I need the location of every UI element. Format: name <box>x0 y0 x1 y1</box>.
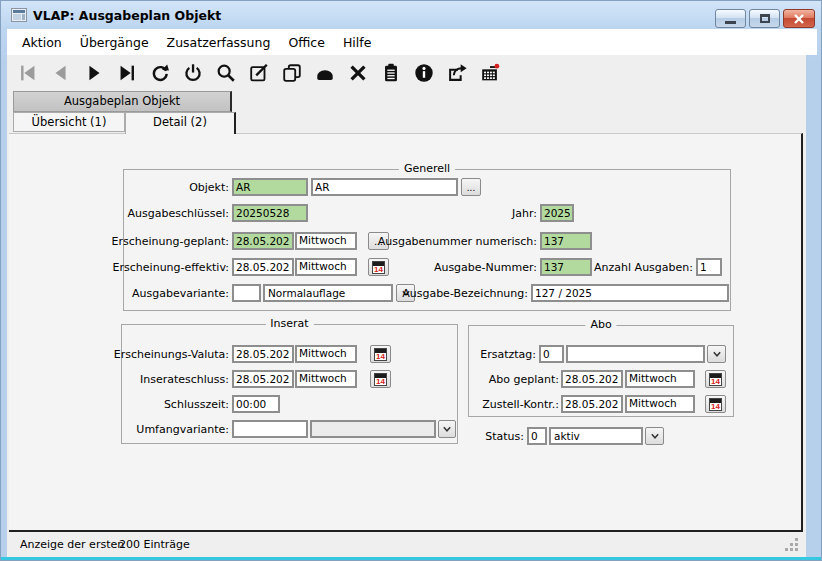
ausgabevariante-combo[interactable]: Normalauflage <box>263 284 393 302</box>
ausgabe-bezeichnung-label: Ausgabe-Bezeichnung: <box>378 286 528 304</box>
calendar-picker-icon: 14 <box>709 373 722 386</box>
delete-icon <box>347 62 369 84</box>
status-code-field[interactable] <box>527 427 547 445</box>
previous-record-icon <box>50 62 72 84</box>
ausgabevariante-code-field[interactable] <box>232 284 261 302</box>
tab-detail[interactable]: Detail (2) <box>125 112 236 134</box>
calendar-button[interactable] <box>477 59 503 87</box>
title-bar[interactable]: VLAP: Ausgabeplan Objekt <box>1 1 821 29</box>
status-combo[interactable]: aktiv <box>549 427 643 445</box>
umfangvariante-combo[interactable] <box>310 420 436 438</box>
objekt-lookup-button[interactable]: ... <box>461 178 481 196</box>
group-inserat-legend: Inserat <box>265 317 313 330</box>
last-record-button[interactable] <box>114 59 140 87</box>
toolbar <box>7 55 806 91</box>
search-icon <box>215 62 237 84</box>
tab-ausgabeplan-objekt[interactable]: Ausgabeplan Objekt <box>13 91 232 112</box>
minimize-icon <box>725 21 736 24</box>
calendar-icon <box>479 62 501 84</box>
maximize-icon <box>760 14 770 23</box>
group-abo-legend: Abo <box>585 318 616 331</box>
close-button[interactable] <box>783 9 815 28</box>
inserateschluss-label: Inserateschluss: <box>29 372 229 390</box>
menu-office[interactable]: Office <box>279 33 334 52</box>
ausgabe-nummer-field[interactable] <box>540 258 592 276</box>
zustell-kontr-label: Zustell-Kontr.: <box>439 397 559 415</box>
search-button[interactable] <box>213 59 239 87</box>
calendar-picker-icon: 14 <box>374 348 387 361</box>
menu-aktion[interactable]: Aktion <box>13 33 71 52</box>
objekt-name-field[interactable] <box>311 178 458 196</box>
ersatztag-code-field[interactable] <box>539 345 564 363</box>
edit-button[interactable] <box>246 59 272 87</box>
erscheinungs-valuta-calendar-button[interactable]: 14 <box>370 345 391 363</box>
jahr-field[interactable] <box>540 204 574 222</box>
maximize-button[interactable] <box>749 9 780 28</box>
zustell-kontr-field[interactable] <box>561 395 623 413</box>
menu-hilfe[interactable]: Hilfe <box>334 33 380 52</box>
last-record-icon <box>116 62 138 84</box>
chevron-down-icon <box>712 349 722 359</box>
refresh-icon <box>149 62 171 84</box>
schlusszeit-label: Schlusszeit: <box>29 397 229 415</box>
resize-grip[interactable] <box>785 537 800 552</box>
refresh-button[interactable] <box>147 59 173 87</box>
abo-geplant-weekday: Mittwoch <box>625 370 695 388</box>
minimize-button[interactable] <box>715 9 746 28</box>
inserateschluss-field[interactable] <box>232 370 294 388</box>
copy-button[interactable] <box>279 59 305 87</box>
abo-geplant-label: Abo geplant: <box>439 372 559 390</box>
chevron-down-icon <box>650 431 660 441</box>
ersatztag-dropdown-button[interactable] <box>707 345 726 363</box>
erscheinungs-valuta-field[interactable] <box>232 345 294 363</box>
save-button[interactable] <box>312 59 338 87</box>
first-record-button[interactable] <box>15 59 41 87</box>
statusbar-text: Anzeige der ersten <box>20 538 124 551</box>
menu-bar: Aktion Übergänge Zusatzerfassung Office … <box>7 29 817 55</box>
anzahl-ausgaben-field[interactable] <box>696 258 722 276</box>
erscheinung-geplant-label: Erscheinung-geplant: <box>29 234 229 252</box>
status-bar: Anzeige der ersten 200 Einträge <box>7 532 806 557</box>
inserateschluss-calendar-button[interactable]: 14 <box>370 370 391 388</box>
power-button[interactable] <box>180 59 206 87</box>
erscheinung-effektiv-field[interactable] <box>232 258 294 276</box>
status-label: Status: <box>444 429 524 447</box>
ausgabenummer-numerisch-field[interactable] <box>540 232 592 250</box>
ausgabenummer-numerisch-label: Ausgabenummer numerisch: <box>377 234 537 252</box>
protocol-button[interactable] <box>378 59 404 87</box>
erscheinungs-valuta-weekday: Mittwoch <box>295 345 357 363</box>
export-icon <box>446 62 468 84</box>
tab-uebersicht[interactable]: Übersicht (1) <box>13 112 125 132</box>
objekt-code-field[interactable] <box>232 178 308 196</box>
abo-geplant-calendar-button[interactable]: 14 <box>705 370 726 388</box>
previous-record-button[interactable] <box>48 59 74 87</box>
erscheinung-geplant-weekday: Mittwoch <box>295 232 357 250</box>
calendar-picker-icon: 14 <box>374 373 387 386</box>
window-bottom-edge <box>1 557 821 560</box>
zustell-kontr-weekday: Mittwoch <box>625 395 695 413</box>
next-record-button[interactable] <box>81 59 107 87</box>
info-button[interactable] <box>411 59 437 87</box>
ersatztag-combo[interactable] <box>566 345 705 363</box>
status-dropdown-button[interactable] <box>645 427 664 445</box>
erscheinung-effektiv-weekday: Mittwoch <box>295 258 357 276</box>
umfangvariante-code-field[interactable] <box>232 420 308 438</box>
app-window: VLAP: Ausgabeplan Objekt Aktion Übergäng… <box>0 0 822 561</box>
menu-zusatzerfassung[interactable]: Zusatzerfassung <box>158 33 280 52</box>
zustell-kontr-calendar-button[interactable]: 14 <box>705 395 726 413</box>
close-icon <box>793 13 805 25</box>
first-record-icon <box>17 62 39 84</box>
delete-button[interactable] <box>345 59 371 87</box>
info-icon <box>413 62 435 84</box>
menu-uebergaenge[interactable]: Übergänge <box>71 33 158 52</box>
ausgabeschluessel-field[interactable] <box>232 204 308 222</box>
erscheinung-geplant-field[interactable] <box>232 232 294 250</box>
next-record-icon <box>83 62 105 84</box>
export-button[interactable] <box>444 59 470 87</box>
abo-geplant-field[interactable] <box>561 370 623 388</box>
edit-icon <box>248 62 270 84</box>
window-title: VLAP: Ausgabeplan Objekt <box>33 8 221 23</box>
ersatztag-label: Ersatztag: <box>436 347 536 365</box>
schlusszeit-field[interactable] <box>232 395 280 413</box>
ausgabe-bezeichnung-field[interactable] <box>531 284 729 302</box>
